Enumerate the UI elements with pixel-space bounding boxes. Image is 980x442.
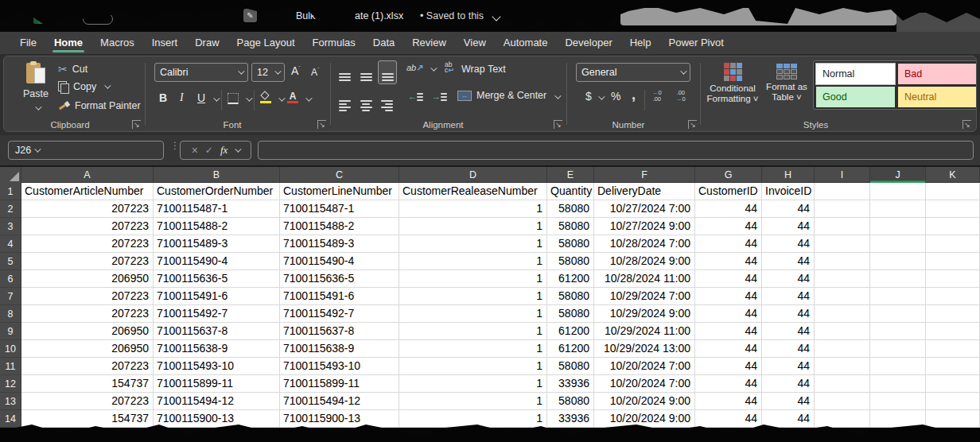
- cell-J12[interactable]: [870, 375, 926, 393]
- percent-format-button[interactable]: %: [611, 90, 620, 103]
- ribbon-tab-insert[interactable]: Insert: [143, 32, 187, 54]
- cell-J11[interactable]: [870, 358, 926, 375]
- paste-button[interactable]: Paste: [18, 61, 53, 114]
- styles-dialog-launcher[interactable]: ↘: [962, 120, 971, 129]
- cell-H8[interactable]: 44: [762, 305, 815, 323]
- row-header-1[interactable]: 1: [0, 183, 21, 200]
- cell-E8[interactable]: 58080: [547, 305, 594, 323]
- ribbon-tab-review[interactable]: Review: [403, 32, 455, 54]
- column-header-H[interactable]: H: [762, 167, 815, 183]
- cell-K9[interactable]: [926, 323, 980, 340]
- cell-A4[interactable]: 207223: [21, 235, 154, 253]
- cell-E3[interactable]: 58080: [547, 218, 594, 235]
- row-header-8[interactable]: 8: [0, 305, 21, 323]
- cell-E2[interactable]: 58080: [547, 200, 594, 218]
- italic-button[interactable]: I: [180, 91, 184, 104]
- cell-D10[interactable]: 1: [399, 340, 547, 358]
- row-header-10[interactable]: 10: [0, 340, 21, 358]
- cell-H10[interactable]: 44: [762, 340, 815, 358]
- cell-C4[interactable]: 7100115489-3: [280, 235, 399, 253]
- cell-H11[interactable]: 44: [762, 358, 815, 375]
- cell-A10[interactable]: 206950: [21, 340, 154, 358]
- align-right-button[interactable]: [378, 88, 395, 114]
- cell-E12[interactable]: 33936: [547, 375, 594, 393]
- column-header-I[interactable]: I: [815, 167, 870, 183]
- cell-G12[interactable]: 44: [695, 375, 762, 393]
- format-painter-button[interactable]: Format Painter: [58, 100, 141, 111]
- cell-K11[interactable]: [926, 358, 980, 375]
- cell-C11[interactable]: 7100115493-10: [280, 358, 399, 375]
- cell-G14[interactable]: 44: [695, 410, 762, 428]
- formula-bar-handle[interactable]: ⋮: [170, 143, 180, 148]
- cell-C10[interactable]: 7100115638-9: [280, 340, 399, 358]
- cell-A1[interactable]: CustomerArticleNumber: [21, 183, 154, 200]
- font-color-chevron-icon[interactable]: [305, 95, 312, 101]
- cancel-entry-button[interactable]: ×: [192, 144, 198, 157]
- format-as-table-button[interactable]: Format as Table ˅: [760, 60, 813, 103]
- row-header-5[interactable]: 5: [0, 253, 21, 270]
- cell-B14[interactable]: 7100115900-13: [154, 410, 280, 428]
- ribbon-tab-page-layout[interactable]: Page Layout: [228, 32, 304, 54]
- cell-H7[interactable]: 44: [762, 288, 815, 305]
- orientation-chevron-icon[interactable]: [430, 64, 437, 71]
- cell-D3[interactable]: 1: [399, 218, 547, 235]
- cell-style-bad[interactable]: Bad: [898, 64, 977, 84]
- ribbon-tab-view[interactable]: View: [455, 32, 495, 54]
- cell-E13[interactable]: 58080: [547, 393, 594, 410]
- cell-I14[interactable]: [815, 410, 870, 428]
- pen-mode-icon[interactable]: ✎: [243, 9, 257, 22]
- cell-I13[interactable]: [815, 393, 870, 410]
- cell-B13[interactable]: 7100115494-12: [154, 393, 280, 410]
- cell-style-neutral[interactable]: Neutral: [898, 87, 977, 107]
- cell-C1[interactable]: CustomerLineNumber: [280, 183, 399, 200]
- cell-D4[interactable]: 1: [399, 235, 547, 253]
- font-dialog-launcher[interactable]: ↘: [317, 120, 326, 129]
- bottom-align-button[interactable]: [378, 60, 397, 84]
- cell-B2[interactable]: 7100115487-1: [154, 200, 280, 218]
- cell-C14[interactable]: 7100115900-13: [280, 410, 399, 428]
- cell-H5[interactable]: 44: [762, 253, 815, 270]
- increase-indent-button[interactable]: →: [432, 91, 447, 101]
- row-header-2[interactable]: 2: [0, 200, 21, 218]
- cell-C5[interactable]: 7100115490-4: [280, 253, 399, 270]
- cell-J8[interactable]: [870, 305, 926, 323]
- cell-K10[interactable]: [926, 340, 980, 358]
- increase-font-size-button[interactable]: Aˆ: [291, 64, 301, 77]
- orientation-button[interactable]: ab↗: [406, 63, 423, 73]
- cell-D13[interactable]: 1: [399, 393, 547, 410]
- cell-F6[interactable]: 10/28/2024 11:00: [594, 270, 695, 288]
- cell-style-good[interactable]: Good: [816, 87, 895, 107]
- cell-E5[interactable]: 58080: [547, 253, 594, 270]
- cell-C9[interactable]: 7100115637-8: [280, 323, 399, 340]
- cell-I5[interactable]: [815, 253, 870, 270]
- cell-H3[interactable]: 44: [762, 218, 815, 235]
- cell-C8[interactable]: 7100115492-7: [280, 305, 399, 323]
- cell-G4[interactable]: 44: [695, 235, 762, 253]
- cell-D8[interactable]: 1: [399, 305, 547, 323]
- cell-I3[interactable]: [815, 218, 870, 235]
- column-header-F[interactable]: F: [594, 167, 695, 183]
- cell-B5[interactable]: 7100115490-4: [154, 253, 280, 270]
- fill-color-chevron-icon[interactable]: [278, 95, 285, 101]
- row-header-7[interactable]: 7: [0, 288, 21, 305]
- cell-G1[interactable]: CustomerID: [695, 183, 762, 200]
- cell-K5[interactable]: [926, 253, 980, 270]
- cell-I11[interactable]: [815, 358, 870, 375]
- cell-K4[interactable]: [926, 235, 980, 253]
- cell-G10[interactable]: 44: [695, 340, 762, 358]
- cell-style-normal[interactable]: Normal: [816, 64, 895, 84]
- cell-I1[interactable]: [815, 183, 870, 200]
- bold-button[interactable]: B: [159, 91, 167, 104]
- formula-input[interactable]: [258, 141, 974, 160]
- cell-G6[interactable]: 44: [695, 270, 762, 288]
- cell-C2[interactable]: 7100115487-1: [280, 200, 399, 218]
- fill-color-button[interactable]: [260, 91, 271, 103]
- cell-H2[interactable]: 44: [762, 200, 815, 218]
- cell-J7[interactable]: [870, 288, 926, 305]
- cell-G7[interactable]: 44: [695, 288, 762, 305]
- cell-K13[interactable]: [926, 393, 980, 410]
- cell-G11[interactable]: 44: [695, 358, 762, 375]
- cell-E7[interactable]: 58080: [547, 288, 594, 305]
- cell-A8[interactable]: 207223: [21, 305, 154, 323]
- cell-K2[interactable]: [926, 200, 980, 218]
